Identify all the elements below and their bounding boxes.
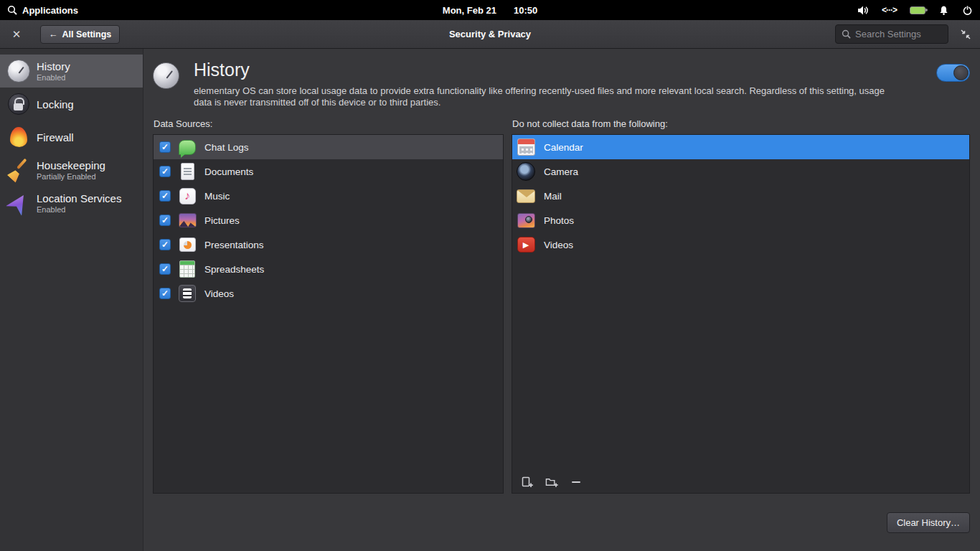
add-file-button[interactable] [521, 476, 534, 489]
calendar-icon [516, 137, 536, 157]
music-icon: ♪ [178, 187, 197, 205]
sidebar-item-status: Enabled [37, 73, 70, 82]
photos-icon [516, 210, 536, 230]
exclude-apps-list: Calendar Camera Mail Photos [512, 134, 970, 494]
history-toggle[interactable] [936, 64, 970, 82]
checkbox[interactable]: ✓ [159, 166, 171, 177]
list-item[interactable]: ✓ Spreadsheets [154, 257, 503, 281]
settings-sidebar: History Enabled Locking Firewall Houseke… [0, 49, 143, 551]
sidebar-item-label: Firewall [37, 131, 74, 143]
sidebar-item-housekeeping[interactable]: Housekeeping Partially Enabled [0, 154, 143, 187]
sidebar-item-status: Partially Enabled [37, 172, 105, 181]
window-title: Security & Privacy [0, 29, 980, 39]
system-top-bar: Applications Mon, Feb 2110:50 <···> [0, 0, 980, 20]
pictures-icon [178, 211, 197, 230]
exclude-list-label: Do not collect data from the following: [512, 118, 970, 129]
list-item[interactable]: ✓ Chat Logs [154, 135, 503, 159]
history-pane: History elementary OS can store local us… [143, 49, 980, 551]
lock-icon [7, 93, 30, 116]
list-item[interactable]: Camera [512, 159, 969, 184]
search-icon [7, 5, 17, 15]
add-folder-button[interactable] [545, 476, 558, 489]
all-settings-label: All Settings [62, 29, 112, 39]
sidebar-item-location-services[interactable]: Location Services Enabled [0, 187, 143, 220]
clear-history-button[interactable]: Clear History… [887, 512, 970, 533]
list-item[interactable]: Photos [512, 208, 969, 232]
list-item[interactable]: ✓ Pictures [154, 208, 503, 232]
sidebar-item-history[interactable]: History Enabled [0, 55, 143, 88]
broom-icon [7, 159, 30, 182]
document-icon [178, 162, 197, 181]
search-settings-input[interactable] [855, 29, 941, 39]
search-icon [842, 29, 851, 39]
list-item[interactable]: ✓ Documents [154, 159, 503, 184]
sidebar-item-label: History [37, 60, 70, 72]
list-item[interactable]: Calendar [512, 135, 969, 159]
list-item[interactable]: ✓ Videos [154, 281, 503, 306]
location-arrow-icon [7, 192, 30, 215]
mail-icon [516, 186, 536, 206]
close-window-button[interactable]: ✕ [9, 28, 24, 41]
power-icon[interactable] [962, 5, 973, 16]
date-label: Mon, Feb 21 [443, 5, 496, 16]
checkbox[interactable]: ✓ [159, 288, 171, 299]
flame-icon [7, 126, 30, 149]
all-settings-button[interactable]: ← All Settings [40, 25, 120, 44]
checkbox[interactable]: ✓ [159, 215, 171, 226]
history-icon [7, 60, 30, 83]
datetime-indicator[interactable]: Mon, Feb 2110:50 [0, 5, 980, 16]
list-item[interactable]: ✓ ♪ Music [154, 184, 503, 208]
checkbox[interactable]: ✓ [159, 190, 171, 202]
spreadsheet-icon [178, 260, 197, 278]
applications-label: Applications [22, 5, 78, 16]
exclude-list-toolbar [512, 471, 969, 493]
volume-icon[interactable] [857, 5, 869, 16]
presentation-icon [178, 235, 197, 254]
network-icon[interactable]: <···> [882, 5, 897, 15]
chat-icon [178, 138, 197, 156]
battery-icon[interactable] [910, 6, 925, 14]
toggle-knob [953, 65, 969, 80]
list-item[interactable]: Mail [512, 184, 969, 208]
video-player-icon: ▶ [516, 235, 536, 255]
video-slate-icon [178, 284, 197, 303]
data-sources-label: Data Sources: [154, 118, 504, 129]
page-description: elementary OS can store local usage data… [194, 85, 887, 108]
restore-window-icon[interactable] [960, 29, 971, 40]
remove-button[interactable] [570, 476, 583, 489]
history-icon [153, 62, 179, 89]
list-item[interactable]: ▶ Videos [512, 232, 969, 257]
back-arrow-icon: ← [49, 29, 58, 39]
data-sources-list: ✓ Chat Logs ✓ Documents ✓ ♪ Music [153, 134, 504, 494]
sidebar-item-label: Locking [37, 98, 74, 110]
checkbox[interactable]: ✓ [159, 263, 171, 275]
checkbox[interactable]: ✓ [159, 239, 171, 250]
list-item[interactable]: ✓ Presentations [154, 232, 503, 257]
time-label: 10:50 [514, 5, 537, 16]
checkbox[interactable]: ✓ [159, 141, 171, 153]
sidebar-item-status: Enabled [37, 205, 121, 214]
sidebar-item-firewall[interactable]: Firewall [0, 121, 143, 154]
window-titlebar: ✕ ← All Settings Security & Privacy [0, 20, 980, 49]
sidebar-item-locking[interactable]: Locking [0, 88, 143, 121]
camera-icon [516, 161, 536, 182]
sidebar-item-label: Location Services [37, 192, 121, 204]
applications-menu[interactable]: Applications [7, 5, 78, 16]
page-title: History [194, 60, 922, 80]
sidebar-item-label: Housekeeping [37, 159, 105, 171]
notifications-bell-icon[interactable] [938, 5, 949, 16]
settings-search[interactable] [835, 24, 948, 44]
